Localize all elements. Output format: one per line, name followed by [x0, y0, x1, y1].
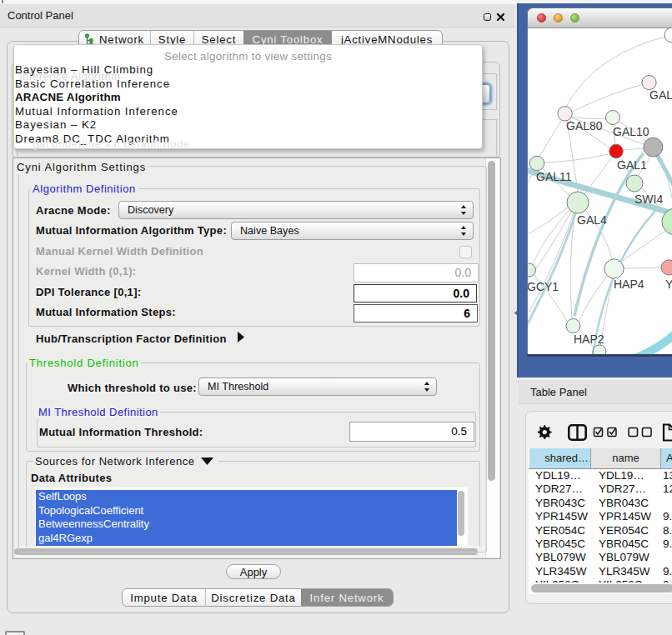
svg-text:GAL80: GAL80 — [566, 119, 603, 132]
svg-text:HAP2: HAP2 — [574, 332, 604, 346]
svg-text:GAL11: GAL11 — [536, 170, 572, 183]
svg-text:SWI4: SWI4 — [634, 192, 663, 206]
svg-text:GCY1: GCY1 — [528, 280, 559, 293]
svg-text:YJ: YJ — [665, 278, 672, 291]
svg-text:GAL10: GAL10 — [613, 125, 649, 138]
svg-text:HAP4: HAP4 — [614, 278, 644, 291]
svg-text:GAL: GAL — [649, 88, 672, 102]
svg-text:GAL4: GAL4 — [577, 213, 607, 227]
svg-text:GAL1: GAL1 — [617, 158, 647, 172]
